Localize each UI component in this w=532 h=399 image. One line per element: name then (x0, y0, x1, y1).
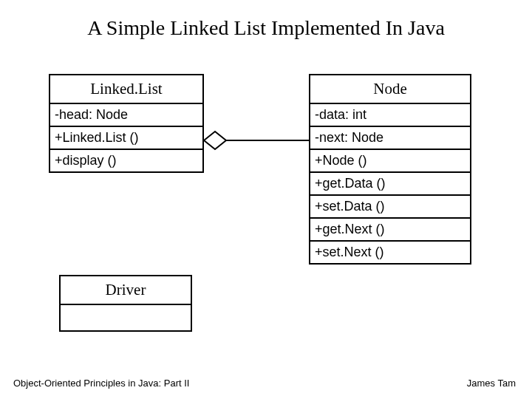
uml-class-driver: Driver (59, 275, 192, 332)
uml-class-name: Node (310, 75, 470, 104)
uml-member: -data: int (310, 104, 470, 127)
uml-class-name: Linked.List (50, 75, 202, 104)
uml-member: +display () (50, 150, 202, 171)
footer-right: James Tam (467, 378, 516, 389)
page-title: A Simple Linked List Implemented In Java (0, 16, 532, 40)
uml-member: +set.Data () (310, 196, 470, 219)
uml-member: +set.Next () (310, 242, 470, 263)
uml-member: -head: Node (50, 104, 202, 127)
footer-left: Object-Oriented Principles in Java: Part… (13, 378, 189, 389)
uml-member: +Linked.List () (50, 127, 202, 150)
uml-class-linkedlist: Linked.List -head: Node +Linked.List () … (49, 74, 204, 173)
uml-class-node: Node -data: int -next: Node +Node () +ge… (309, 74, 471, 265)
aggregation-connector (204, 126, 309, 155)
uml-member: -next: Node (310, 127, 470, 150)
uml-empty-compartment (61, 305, 191, 330)
uml-member: +get.Data () (310, 173, 470, 196)
uml-class-name: Driver (61, 276, 191, 305)
uml-member: +Node () (310, 150, 470, 173)
diamond-icon (204, 132, 226, 149)
uml-member: +get.Next () (310, 219, 470, 242)
